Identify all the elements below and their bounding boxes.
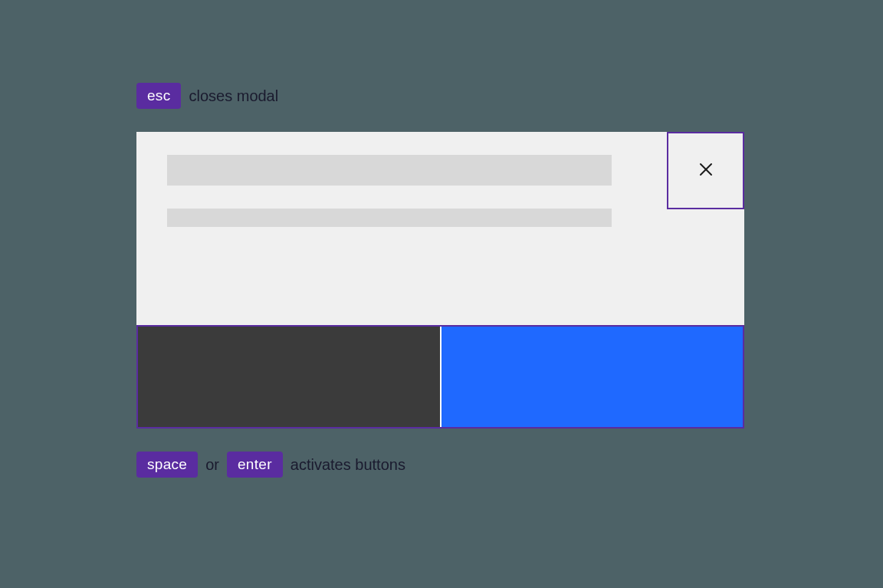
placeholder-line-1 xyxy=(167,155,612,186)
esc-key-badge: esc xyxy=(136,83,181,109)
space-key-badge: space xyxy=(136,452,198,478)
modal-dialog xyxy=(136,132,744,429)
primary-button[interactable] xyxy=(442,327,743,427)
close-button[interactable] xyxy=(667,132,744,209)
modal-body xyxy=(136,132,744,327)
esc-annotation: esc closes modal xyxy=(136,83,744,109)
separator-text: or xyxy=(205,456,219,474)
enter-key-badge: enter xyxy=(227,452,283,478)
modal-footer xyxy=(136,325,744,429)
activate-annotation: space or enter activates buttons xyxy=(136,452,744,478)
activate-annotation-text: activates buttons xyxy=(291,456,405,474)
secondary-button[interactable] xyxy=(138,327,442,427)
esc-annotation-text: closes modal xyxy=(189,87,278,105)
placeholder-line-2 xyxy=(167,209,612,227)
close-icon xyxy=(697,160,715,182)
